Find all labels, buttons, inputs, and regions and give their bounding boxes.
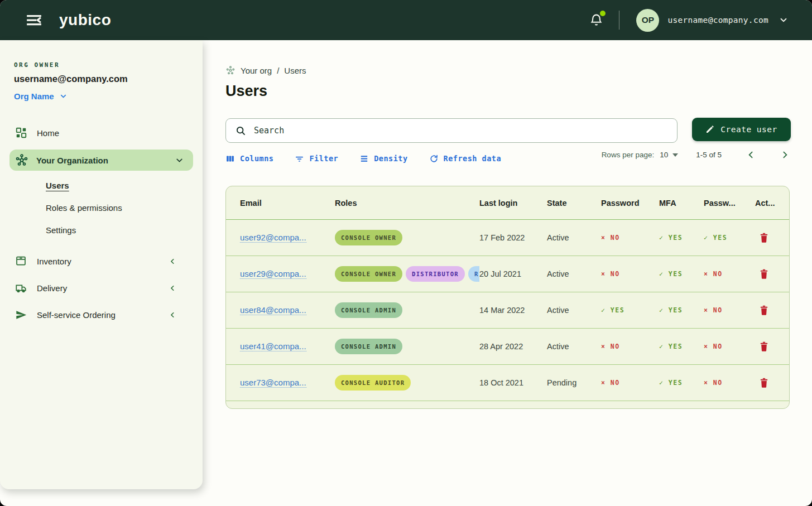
column-header-roles[interactable]: Roles: [335, 199, 479, 208]
user-email-link[interactable]: user41@compa...: [240, 341, 306, 351]
last-login-cell: 17 Feb 2022: [479, 233, 547, 242]
sidebar-item-roles-permissions[interactable]: Roles & permissions: [0, 196, 203, 219]
password-badge: NO: [601, 234, 659, 242]
send-icon: [15, 309, 27, 321]
notifications-button[interactable]: [589, 12, 603, 28]
user-email-link[interactable]: user29@compa...: [240, 269, 306, 279]
passwordless-badge: NO: [704, 270, 755, 278]
actions-cell: [755, 268, 775, 280]
mfa-badge: YES: [659, 379, 704, 387]
topbar: yubico OP username@company.com: [0, 0, 812, 40]
collapse-menu-button[interactable]: [25, 11, 44, 30]
pencil-icon: [705, 125, 714, 134]
delete-user-button[interactable]: [758, 340, 770, 353]
user-email-link[interactable]: user84@compa...: [240, 305, 306, 315]
chevron-left-icon: [169, 284, 189, 292]
avatar[interactable]: OP: [636, 9, 659, 32]
previous-page-button[interactable]: [746, 150, 756, 160]
state-cell: Active: [547, 342, 601, 351]
last-login-cell: 20 Jul 2021: [479, 269, 547, 278]
density-label: Density: [374, 154, 407, 163]
columns-label: Columns: [240, 154, 273, 163]
organization-icon: [15, 153, 28, 167]
chevron-left-icon: [169, 311, 189, 319]
sidebar-item-self-service-ordering[interactable]: Self-service Ordering: [0, 301, 203, 328]
page-title: Users: [225, 83, 267, 100]
last-login-cell: 14 Mar 2022: [479, 306, 547, 315]
search-input[interactable]: [254, 126, 668, 136]
column-header-password[interactable]: Password: [601, 199, 659, 208]
sidebar-item-settings[interactable]: Settings: [0, 219, 203, 241]
trash-icon: [758, 232, 770, 244]
yubico-logo: yubico: [59, 11, 111, 29]
column-header-mfa[interactable]: MFA: [659, 199, 704, 208]
filter-button[interactable]: Filter: [295, 154, 338, 163]
user-email-link[interactable]: user92@compa...: [240, 233, 306, 243]
org-name-label: Org Name: [14, 91, 54, 101]
sidebar-item-home[interactable]: Home: [0, 120, 203, 146]
rows-per-page-select[interactable]: 10: [660, 151, 678, 159]
role-chip-console-admin: CONSOLE ADMIN: [335, 302, 402, 318]
main-content: Your org / Users Users Create user Colum…: [225, 40, 812, 506]
role-chip-clipped: R: [468, 266, 479, 282]
column-header-passwordless[interactable]: Passw...: [704, 199, 755, 208]
users-table: Email Roles Last login State Password MF…: [225, 186, 790, 409]
password-badge: NO: [601, 270, 659, 278]
column-header-last-login[interactable]: Last login: [479, 199, 547, 208]
sidebar-item-label: Home: [37, 128, 59, 138]
role-label: ORG OWNER: [14, 61, 203, 69]
table-row: user92@compa... CONSOLE OWNER 17 Feb 202…: [226, 220, 789, 256]
notification-dot: [600, 11, 606, 16]
column-header-actions[interactable]: Act...: [755, 199, 775, 208]
dropdown-caret-icon: [672, 153, 678, 157]
column-header-email[interactable]: Email: [240, 199, 335, 208]
table-toolbar: Columns Filter Density Refresh data: [225, 151, 501, 166]
account-menu-button[interactable]: [779, 15, 789, 25]
sidebar-item-your-organization[interactable]: Your Organization: [9, 150, 193, 171]
refresh-data-button[interactable]: Refresh data: [429, 154, 502, 163]
actions-cell: [755, 377, 775, 389]
search-box: [225, 118, 678, 143]
next-page-button[interactable]: [780, 150, 790, 160]
org-name-selector[interactable]: Org Name: [14, 91, 68, 101]
columns-icon: [225, 154, 235, 163]
chevron-down-icon: [175, 156, 184, 165]
topbar-username: username@company.com: [667, 16, 768, 25]
sidebar-item-label: Self-service Ordering: [37, 310, 116, 320]
role-chip-console-owner: CONSOLE OWNER: [335, 266, 402, 282]
sidebar-user-email: username@company.com: [14, 74, 203, 84]
sidebar-item-users[interactable]: Users: [0, 174, 203, 196]
menu-collapse-icon: [26, 12, 42, 28]
pagination: Rows per page: 10 1-5 of 5: [602, 150, 790, 160]
breadcrumb-root[interactable]: Your org: [241, 66, 272, 75]
chevron-down-icon: [59, 92, 68, 100]
sidebar-header: ORG OWNER username@company.com Org Name: [0, 61, 203, 101]
table-header: Email Roles Last login State Password MF…: [226, 186, 789, 220]
role-chip-console-owner: CONSOLE OWNER: [335, 230, 402, 245]
roles-cell: CONSOLE OWNER: [335, 230, 479, 245]
breadcrumb-separator: /: [277, 66, 279, 75]
table-row: user41@compa... CONSOLE ADMIN 28 Apr 202…: [226, 329, 789, 365]
column-header-state[interactable]: State: [547, 199, 601, 208]
user-email-link[interactable]: user73@compa...: [240, 378, 306, 388]
sidebar-item-inventory[interactable]: Inventory: [0, 248, 203, 274]
last-login-cell: 28 Apr 2022: [479, 342, 547, 351]
columns-button[interactable]: Columns: [225, 154, 273, 163]
density-button[interactable]: Density: [359, 154, 407, 163]
delete-user-button[interactable]: [758, 304, 770, 316]
mfa-badge: YES: [659, 234, 704, 242]
chevron-down-icon: [779, 15, 789, 25]
filter-icon: [295, 154, 304, 163]
delete-user-button[interactable]: [758, 377, 770, 389]
roles-cell: CONSOLE OWNER DISTRIBUTOR R: [335, 266, 479, 282]
breadcrumb-current: Users: [284, 66, 306, 75]
chevron-right-icon: [780, 150, 790, 160]
create-user-button[interactable]: Create user: [692, 118, 791, 141]
delete-user-button[interactable]: [758, 268, 770, 280]
delete-user-button[interactable]: [758, 232, 770, 244]
password-badge: NO: [601, 343, 659, 350]
passwordless-badge: NO: [704, 343, 755, 350]
mfa-badge: YES: [659, 270, 704, 278]
sidebar-item-delivery[interactable]: Delivery: [0, 274, 203, 301]
sidebar-item-label: Your Organization: [36, 156, 108, 165]
